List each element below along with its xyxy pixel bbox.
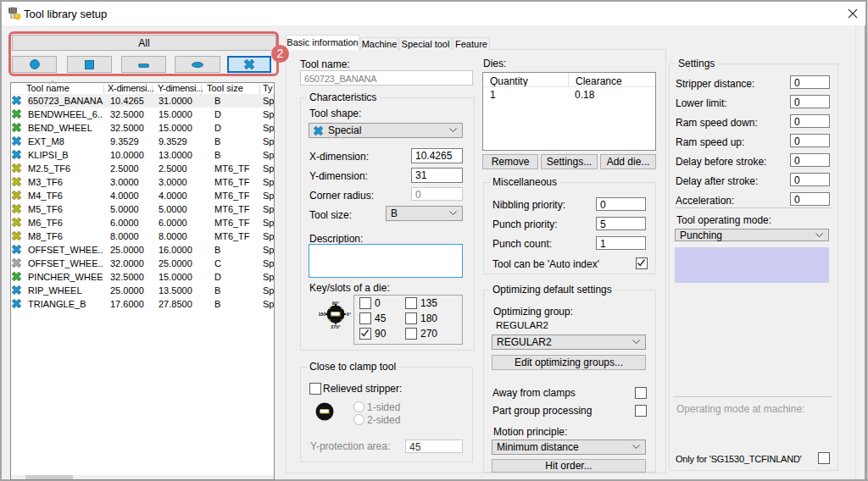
svg-text:270°: 270° — [331, 324, 340, 329]
svg-text:0°: 0° — [347, 312, 351, 317]
